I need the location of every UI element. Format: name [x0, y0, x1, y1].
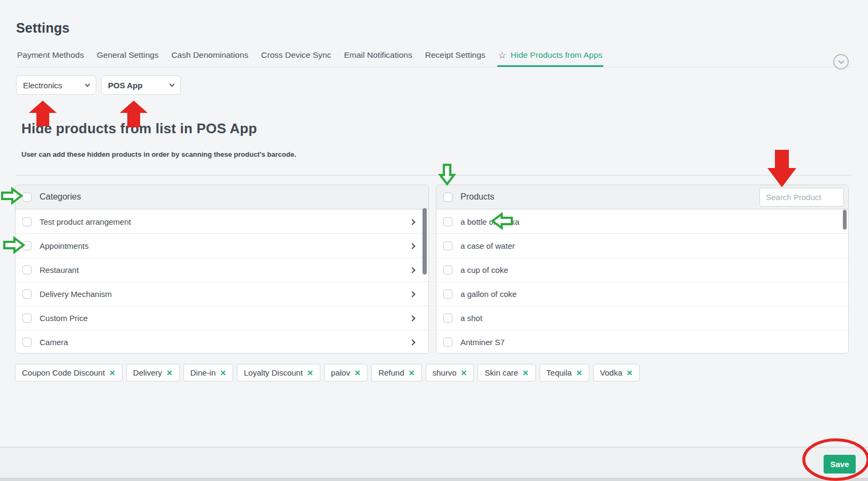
- app-dropdown[interactable]: POS App: [101, 75, 181, 95]
- product-checkbox[interactable]: [443, 338, 452, 347]
- category-row[interactable]: Restaurant: [16, 257, 428, 281]
- collapse-section-button[interactable]: [833, 54, 849, 70]
- chevron-down-icon: [170, 81, 175, 87]
- categories-scrollbar[interactable]: [423, 208, 427, 274]
- hidden-tag: Vodka ✕: [593, 364, 640, 381]
- green-down-arrow-annotation: [440, 165, 454, 184]
- chevron-down-icon: [838, 58, 844, 64]
- tab-receipt-settings[interactable]: Receipt Settings: [424, 50, 487, 67]
- product-checkbox[interactable]: [443, 217, 452, 226]
- hidden-tag: Tequila ✕: [540, 364, 589, 381]
- chevron-right-icon[interactable]: [410, 313, 414, 323]
- app-dropdown-value: POS App: [108, 81, 142, 90]
- remove-tag-icon[interactable]: ✕: [576, 369, 582, 377]
- tabs-bar: Payment Methods General Settings Cash De…: [16, 50, 852, 67]
- category-row[interactable]: Appointments: [16, 233, 428, 257]
- category-checkbox[interactable]: [22, 241, 32, 250]
- category-dropdown[interactable]: Electronics: [16, 75, 96, 95]
- hidden-tag: palov ✕: [324, 364, 368, 381]
- chevron-right-icon[interactable]: [410, 241, 414, 250]
- category-row[interactable]: Delivery Mechanism: [16, 281, 428, 306]
- category-row[interactable]: Custom Price: [16, 306, 428, 330]
- tab-email-notifications[interactable]: Email Notifications: [343, 50, 413, 67]
- tab-payment-methods[interactable]: Payment Methods: [16, 50, 85, 67]
- section-subheading: User can add these hidden products in or…: [21, 150, 296, 158]
- chevron-right-icon[interactable]: [410, 337, 414, 347]
- category-checkbox[interactable]: [22, 217, 32, 226]
- remove-tag-icon[interactable]: ✕: [523, 369, 529, 377]
- remove-tag-icon[interactable]: ✕: [166, 369, 173, 377]
- products-panel: Products a bottle of vodka a case of wat…: [436, 185, 849, 354]
- chevron-right-icon[interactable]: [410, 265, 414, 274]
- category-checkbox[interactable]: [22, 314, 32, 323]
- remove-tag-icon[interactable]: ✕: [220, 369, 226, 377]
- products-scrollbar[interactable]: [843, 210, 847, 230]
- hidden-tag: Skin care ✕: [478, 364, 535, 381]
- category-checkbox[interactable]: [22, 338, 32, 347]
- select-all-categories-checkbox[interactable]: [22, 193, 32, 202]
- red-down-arrow-annotation: [767, 150, 796, 187]
- category-checkbox[interactable]: [22, 289, 32, 299]
- product-row[interactable]: a case of water: [436, 233, 848, 257]
- chevron-down-icon: [85, 81, 90, 87]
- settings-page: Settings Payment Methods General Setting…: [0, 0, 868, 481]
- hidden-tag: Coupon Code Discount ✕: [15, 364, 122, 381]
- chevron-right-icon[interactable]: [410, 289, 414, 299]
- remove-tag-icon[interactable]: ✕: [461, 369, 467, 377]
- hidden-tag: Dine-in ✕: [183, 364, 233, 381]
- star-icon: ☆: [498, 51, 506, 60]
- product-checkbox[interactable]: [443, 265, 452, 274]
- category-dropdown-value: Electronics: [23, 81, 62, 90]
- remove-tag-icon[interactable]: ✕: [355, 369, 361, 377]
- products-panel-header: Products: [436, 185, 848, 209]
- products-header-label: Products: [460, 192, 494, 202]
- section-divider: [16, 175, 852, 175]
- product-row[interactable]: a shot: [436, 306, 848, 330]
- product-checkbox[interactable]: [443, 314, 452, 323]
- hidden-tags-row: Coupon Code Discount ✕ Delivery ✕ Dine-i…: [15, 364, 640, 381]
- tab-general-settings[interactable]: General Settings: [96, 50, 159, 67]
- product-checkbox[interactable]: [443, 289, 452, 299]
- tab-label: Hide Products from Apps: [511, 50, 602, 60]
- remove-tag-icon[interactable]: ✕: [307, 369, 313, 377]
- select-all-products-checkbox[interactable]: [443, 193, 452, 202]
- category-checkbox[interactable]: [22, 265, 32, 274]
- hidden-tag: shurvo ✕: [426, 364, 474, 381]
- chevron-right-icon[interactable]: [410, 217, 414, 226]
- product-checkbox[interactable]: [443, 241, 452, 250]
- product-row[interactable]: Antminer S7: [436, 330, 848, 354]
- page-title: Settings: [16, 20, 70, 36]
- bottom-strip: [0, 478, 868, 481]
- tab-hide-products-from-apps[interactable]: ☆ Hide Products from Apps: [497, 50, 604, 67]
- product-row[interactable]: a bottle of vodka: [436, 209, 848, 233]
- category-row[interactable]: Test product arrangement: [16, 209, 428, 233]
- footer-bar: [0, 447, 868, 481]
- product-row[interactable]: a cup of coke: [436, 257, 848, 281]
- hidden-tag: Refund ✕: [371, 364, 421, 381]
- category-row[interactable]: Camera: [16, 330, 428, 354]
- categories-header-label: Categories: [40, 192, 81, 202]
- categories-panel-header: Categories: [16, 185, 428, 209]
- hidden-tag: Delivery ✕: [126, 364, 180, 381]
- search-product-input[interactable]: [759, 188, 844, 207]
- tab-cross-device-sync[interactable]: Cross Device Sync: [260, 50, 332, 67]
- remove-tag-icon[interactable]: ✕: [109, 369, 116, 377]
- save-button[interactable]: Save: [824, 455, 856, 474]
- remove-tag-icon[interactable]: ✕: [409, 369, 415, 377]
- remove-tag-icon[interactable]: ✕: [627, 369, 633, 377]
- categories-panel: Categories Test product arrangement Appo…: [15, 185, 429, 354]
- tab-cash-denominations[interactable]: Cash Denominations: [170, 50, 249, 67]
- section-heading: Hide products from list in POS App: [21, 120, 257, 137]
- product-row[interactable]: a gallon of coke: [436, 281, 848, 306]
- hidden-tag: Loyalty Discount ✕: [237, 364, 320, 381]
